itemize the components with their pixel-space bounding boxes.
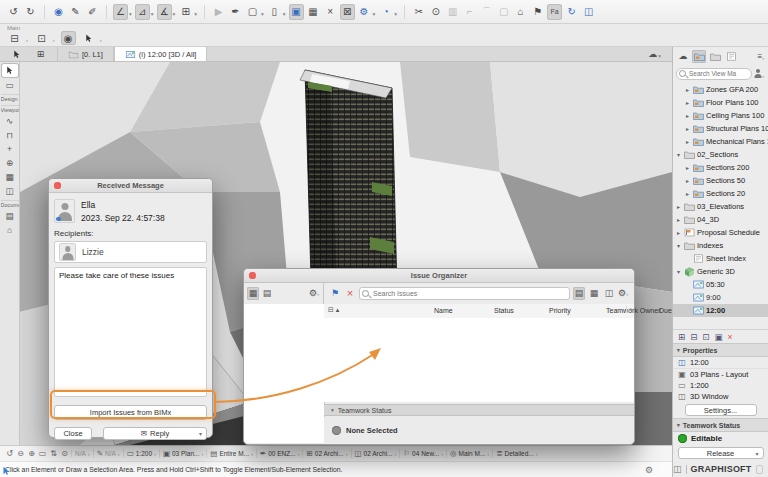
scale-option[interactable]: ▭1:200›	[123, 449, 159, 458]
issue-list-view-icon[interactable]: ▤	[261, 287, 273, 300]
arrow-tool-icon[interactable]	[81, 31, 96, 45]
selected-view-row[interactable]: ◫ 12:00	[673, 357, 768, 369]
quick-option-1-chevron[interactable]: ›	[88, 451, 90, 457]
cloud-status[interactable]: ☁ ▾	[648, 47, 672, 61]
highlight-dropdown-icon[interactable]: ▾	[283, 11, 286, 17]
marquee-mode-dropdown-icon[interactable]: ▾	[261, 11, 264, 17]
publisher-sets-icon[interactable]	[724, 50, 738, 63]
grid-snap-toggle-icon[interactable]: ⊞	[178, 4, 193, 20]
settings-gear-icon[interactable]: ⚙	[645, 465, 653, 475]
properties-section-header[interactable]: ▾ Properties	[673, 343, 768, 357]
sort-column-header[interactable]: ⊟ ▴	[328, 306, 339, 314]
publisher-chevron[interactable]: ›	[26, 37, 28, 43]
tree-item-zones-gfa-200[interactable]: ▸Zones GFA 200	[673, 83, 768, 96]
tree-item-structural-plans-100[interactable]: ▸Structural Plans 100	[673, 122, 768, 135]
quick-option-2-chevron[interactable]: ›	[118, 451, 120, 457]
expander-icon[interactable]: ▸	[684, 138, 691, 145]
expander-icon[interactable]: ▾	[675, 151, 682, 158]
column-header-priority[interactable]: Priority	[549, 307, 571, 314]
collapse-icon[interactable]: ▾	[331, 407, 334, 413]
fly-mode-icon[interactable]: ▶	[211, 4, 226, 20]
time-options-dropdown-icon[interactable]: ▾	[394, 11, 397, 17]
fit-in-window-icon[interactable]: ▭	[37, 449, 48, 458]
model-view-option-chevron[interactable]: ›	[251, 451, 253, 457]
issue-groups-panel[interactable]	[244, 304, 325, 443]
column-header-status[interactable]: Status	[494, 307, 514, 314]
zoom-select-icon[interactable]: ⊙	[59, 449, 70, 458]
delete-issue-icon[interactable]: ×	[344, 287, 356, 300]
element-table-icon[interactable]: ▦	[306, 4, 321, 20]
tab-overview-icon[interactable]: ⊞	[33, 48, 48, 60]
tree-item-generic-3d[interactable]: ▾Generic 3D	[673, 265, 768, 278]
tree-item-indexes[interactable]: ▾Indexes	[673, 239, 768, 252]
renovation-filter-option[interactable]: ◫02 Archi...›	[351, 449, 400, 458]
tree-item-02-sections[interactable]: ▾02_Sections	[673, 148, 768, 161]
quick-option-2[interactable]: ✎N/A›	[93, 449, 123, 458]
view-mode-panes-icon[interactable]: ◫	[603, 287, 615, 300]
expander-icon[interactable]: ▸	[684, 112, 691, 119]
tree-item-05-30[interactable]: 05:30	[673, 278, 768, 291]
snap-points-toggle-icon[interactable]: ∡	[157, 4, 172, 20]
notification-option-chevron[interactable]: ›	[441, 451, 443, 457]
time-options-icon[interactable]: ◔	[378, 4, 393, 20]
issue-grid-view-icon[interactable]: ▦	[247, 287, 259, 300]
expander-icon[interactable]: ▸	[684, 164, 691, 171]
orbit-view-icon[interactable]: ⇅	[48, 449, 59, 458]
pen-set-option-chevron[interactable]: ›	[298, 451, 300, 457]
box-tool-icon[interactable]: ▢	[496, 4, 511, 20]
view-mode-rows-icon[interactable]: ▤	[573, 287, 585, 300]
tree-item-proposal-schedule[interactable]: ▸Proposal Schedule	[673, 226, 768, 239]
reply-dropdown-icon[interactable]: ▾	[199, 430, 202, 437]
zoom-in-icon[interactable]: ⊕	[26, 449, 37, 458]
inject-parameters-icon[interactable]: ✐	[85, 4, 100, 20]
roof-tool-icon[interactable]: ⌂	[513, 4, 528, 20]
pen-set-option[interactable]: ✒00 ENZ...›	[256, 449, 303, 458]
marquee-tool[interactable]: ▭	[2, 78, 18, 91]
release-dropdown-icon[interactable]: ▾	[755, 450, 758, 457]
new-view-icon[interactable]: ⊡	[34, 31, 49, 45]
expander-icon[interactable]: ▸	[684, 177, 691, 184]
teamwork-palette-icon[interactable]: ◉	[61, 31, 76, 45]
layout-book-icon[interactable]	[708, 50, 722, 63]
new-folder-icon[interactable]: ⊞	[678, 332, 685, 342]
close-window-button[interactable]	[54, 182, 61, 189]
message-dialog-titlebar[interactable]: Received Message	[49, 179, 212, 193]
tree-item-mechanical-plans-100[interactable]: ▸Mechanical Plans 100	[673, 135, 768, 148]
search-elements-icon[interactable]: ⊙	[428, 4, 443, 20]
snap-guides-toggle-dropdown-icon[interactable]: ▾	[151, 11, 154, 17]
sync-settings-dropdown-icon[interactable]: ▾	[373, 11, 376, 17]
tree-item-ceiling-plans-100[interactable]: ▸Ceiling Plans 100	[673, 109, 768, 122]
expander-icon[interactable]: ▸	[684, 190, 691, 197]
new-issue-icon[interactable]: ⚑	[329, 287, 341, 300]
organizer-close-button[interactable]	[249, 272, 256, 279]
main-model-option[interactable]: ◎Main M...›	[446, 449, 492, 458]
view-mode-grid-icon[interactable]: ▦	[588, 287, 600, 300]
expander-icon[interactable]: ▾	[675, 242, 682, 249]
grid-overlay-icon[interactable]: ⊠	[340, 4, 355, 20]
tree-item-03-elevations[interactable]: ▸03_Elevations	[673, 200, 768, 213]
undo-icon[interactable]: ↺	[6, 4, 21, 20]
expander-icon[interactable]: ▸	[675, 229, 682, 236]
close-button[interactable]: Close	[54, 427, 92, 440]
view-tab-1[interactable]: (i) 12:00 [3D / All]	[114, 47, 208, 61]
layer-combination-option-chevron[interactable]: ›	[201, 451, 203, 457]
guide-lines-toggle-icon[interactable]: ∠	[113, 4, 128, 20]
guide-lines-toggle-dropdown-icon[interactable]: ▾	[129, 11, 132, 17]
message-body-text[interactable]: Please take care of these issues	[54, 267, 207, 397]
drawing-tool[interactable]: ▤	[2, 209, 18, 222]
group-settings[interactable]: ⚙ ›	[309, 288, 320, 298]
highlight-icon[interactable]: ▯	[267, 4, 282, 20]
column-header-teamwork-owner[interactable]: Teamwork Owner	[606, 307, 660, 314]
camera-tool[interactable]: ◫	[2, 184, 18, 197]
expander-icon[interactable]: ▸	[675, 216, 682, 223]
snap-points-toggle-dropdown-icon[interactable]: ▾	[173, 11, 176, 17]
annotation-pen-icon[interactable]: ✒	[228, 4, 243, 20]
tree-item-sections-50[interactable]: ▸Sections 50	[673, 174, 768, 187]
tree-item-sections-20[interactable]: ▸Sections 20	[673, 187, 768, 200]
teamwork-section-header[interactable]: ▾ Teamwork Status	[673, 418, 768, 432]
layer-combination-option[interactable]: ▣03 Plan...›	[159, 449, 206, 458]
redo-icon[interactable]: ↻	[23, 4, 38, 20]
detail-level-option-chevron[interactable]: ›	[536, 451, 538, 457]
expander-icon[interactable]: ▸	[684, 125, 691, 132]
section-tool[interactable]: ∿	[2, 114, 18, 127]
